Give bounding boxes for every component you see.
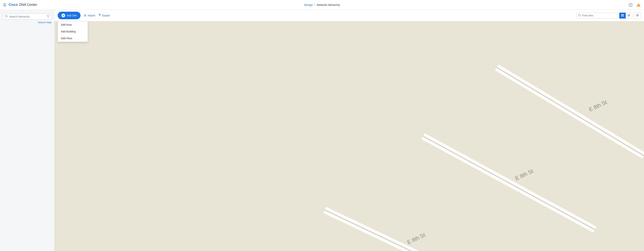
breadcrumb-current: Network Hierarchy (317, 3, 340, 7)
toolbar: + Add Site Add Area Add Building Add Flo… (55, 10, 644, 21)
search-icon (5, 15, 8, 18)
sidebar: Search Help (0, 10, 55, 251)
grid-view-button[interactable] (619, 13, 626, 19)
add-area-item[interactable]: Add Area (58, 21, 88, 28)
plus-icon: + (62, 14, 65, 17)
add-site-button[interactable]: + Add Site (58, 12, 80, 19)
list-view-button[interactable] (626, 13, 632, 19)
svg-line-7 (580, 16, 581, 17)
logo: Cisco DNA Center (9, 3, 37, 7)
warning-icon[interactable]: ! (636, 3, 641, 7)
svg-line-17 (496, 67, 644, 156)
svg-rect-10 (622, 16, 622, 17)
road-label-2: E 8th St (514, 168, 534, 181)
map-area[interactable]: E 8th St E 8th St E 8th St (55, 21, 644, 251)
svg-rect-9 (623, 14, 624, 15)
breadcrumb: Design / Network Hierarchy (304, 3, 340, 7)
search-hierarchy-input[interactable] (9, 15, 45, 18)
add-building-item[interactable]: Add Building (58, 28, 88, 35)
nav-icons: ? ! (628, 3, 641, 7)
settings-button[interactable] (634, 12, 641, 19)
breadcrumb-separator: / (314, 3, 315, 7)
svg-line-4 (7, 17, 8, 17)
find-sites-search-icon (578, 14, 581, 17)
breadcrumb-design[interactable]: Design (304, 3, 313, 7)
add-site-dropdown: Add Area Add Building Add Floor (58, 21, 88, 42)
map-svg: E 8th St E 8th St E 8th St (55, 21, 644, 251)
svg-line-19 (423, 136, 595, 230)
export-button[interactable]: Export (98, 14, 110, 17)
logo-cisco: Cisco (9, 3, 18, 7)
find-sites-container (576, 12, 641, 19)
import-icon (84, 14, 86, 17)
svg-line-21 (325, 210, 521, 251)
svg-text:?: ? (630, 4, 631, 7)
find-sites-wrapper (576, 13, 618, 19)
svg-point-3 (5, 15, 7, 17)
export-icon (98, 14, 101, 17)
search-container (3, 14, 52, 20)
add-floor-item[interactable]: Add Floor (58, 35, 88, 42)
import-button[interactable]: Import (84, 14, 95, 17)
svg-rect-11 (623, 16, 624, 17)
search-help-link[interactable]: Search Help (3, 21, 52, 24)
view-toggle-group (619, 13, 632, 19)
export-label: Export (102, 14, 110, 17)
map-content: + Add Site Add Area Add Building Add Flo… (55, 10, 644, 251)
add-site-label: Add Site (67, 14, 77, 17)
svg-marker-5 (47, 15, 50, 17)
hamburger-icon[interactable]: ☰ (3, 3, 6, 7)
find-sites-input[interactable] (582, 14, 616, 17)
svg-point-15 (637, 15, 638, 16)
import-label: Import (88, 14, 95, 17)
svg-text:!: ! (638, 4, 639, 7)
road-label-3: E 8th St (406, 232, 426, 245)
logo-dna: DNA Center (19, 3, 37, 7)
road-label-1: E 8th St (588, 99, 608, 113)
svg-rect-8 (622, 14, 622, 15)
main-layout: Search Help + Add Site Add Area Add Buil… (0, 10, 644, 251)
help-icon[interactable]: ? (628, 3, 633, 7)
top-navigation: ☰ Cisco DNA Center Design / Network Hier… (0, 0, 644, 10)
svg-line-20 (325, 210, 521, 251)
svg-point-6 (578, 14, 580, 16)
filter-icon[interactable] (47, 15, 50, 18)
